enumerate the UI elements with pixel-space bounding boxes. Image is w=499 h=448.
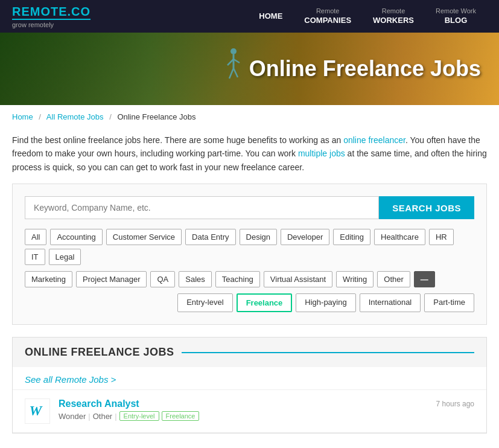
search-section: SEARCH JOBS All Accounting Customer Serv… — [12, 184, 487, 325]
nav-companies-label: COMPANIES — [304, 16, 351, 26]
filter-international[interactable]: International — [360, 293, 421, 312]
jobs-section-title: ONLINE FREELANCE JOBS — [25, 346, 174, 359]
tag-virtual-assistant[interactable]: Virtual Assistant — [264, 271, 332, 287]
logo-tagline: grow remotely — [12, 19, 91, 28]
jobs-header-line — [182, 352, 474, 353]
intro-link-multiple[interactable]: multiple jobs — [298, 149, 345, 158]
job-item: W Research Analyst Wonder | Other | Entr… — [13, 390, 486, 433]
search-button[interactable]: SEARCH JOBS — [379, 196, 474, 219]
nav-workers[interactable]: Remote WORKERS — [362, 2, 425, 30]
jobs-section: ONLINE FREELANCE JOBS See all Remote Job… — [12, 337, 487, 434]
nav-blog[interactable]: Remote Work BLOG — [425, 2, 487, 30]
nav-blog-sub: Remote Work — [436, 7, 476, 15]
intro-content: Find the best online freelance jobs here… — [12, 135, 487, 172]
nav-home-label: HOME — [259, 11, 282, 21]
tag-editing[interactable]: Editing — [333, 229, 370, 245]
nav-workers-label: WORKERS — [373, 16, 414, 26]
filter-entry-level[interactable]: Entry-level — [177, 293, 232, 312]
nav-companies[interactable]: Remote COMPANIES — [293, 2, 362, 30]
logo-remote: REMOTE — [12, 5, 68, 18]
job-info: Research Analyst Wonder | Other | Entry-… — [59, 398, 428, 421]
tag-sales[interactable]: Sales — [179, 271, 212, 287]
tag-hr[interactable]: HR — [429, 229, 454, 245]
logo-text: REMOTE.CO — [12, 5, 91, 19]
job-sep1: | — [88, 412, 90, 421]
svg-point-0 — [230, 48, 237, 54]
tag-data-entry[interactable]: Data Entry — [185, 229, 235, 245]
breadcrumb-all-jobs[interactable]: All Remote Jobs — [46, 112, 104, 121]
tag-marketing[interactable]: Marketing — [25, 271, 72, 287]
intro-link-freelancer[interactable]: online freelancer — [343, 135, 405, 145]
tag-all[interactable]: All — [25, 229, 46, 245]
filter-high-paying[interactable]: High-paying — [296, 293, 355, 312]
svg-line-5 — [234, 68, 238, 77]
svg-line-4 — [229, 68, 234, 78]
tag-teaching[interactable]: Teaching — [215, 271, 260, 287]
logo-area: REMOTE.CO grow remotely — [12, 5, 91, 28]
wonder-logo-icon: W — [27, 400, 48, 422]
breadcrumb-sep2: / — [109, 112, 112, 121]
see-all-row: See all Remote Jobs > — [13, 367, 486, 390]
nav-blog-label: BLOG — [436, 16, 476, 26]
filter-part-time[interactable]: Part-time — [424, 293, 474, 312]
job-title[interactable]: Research Analyst — [59, 398, 139, 409]
svg-text:W: W — [30, 403, 43, 418]
see-all-link[interactable]: See all Remote Jobs > — [25, 374, 116, 385]
nav-workers-sub: Remote — [373, 7, 414, 15]
job-logo: W — [25, 398, 50, 424]
hero-title: Online Freelance Jobs — [249, 56, 481, 82]
main-nav: HOME Remote COMPANIES Remote WORKERS Rem… — [248, 2, 487, 30]
tag-it[interactable]: IT — [25, 249, 45, 265]
job-company: Wonder — [59, 412, 86, 421]
logo-co: .CO — [68, 5, 91, 18]
category-tags-row1: All Accounting Customer Service Data Ent… — [25, 229, 474, 265]
badge-entry-level: Entry-level — [119, 411, 159, 421]
tag-other[interactable]: Other — [377, 271, 410, 287]
header: REMOTE.CO grow remotely HOME Remote COMP… — [0, 0, 499, 33]
tag-developer[interactable]: Developer — [281, 229, 329, 245]
tag-qa[interactable]: QA — [150, 271, 175, 287]
breadcrumb-current: Online Freelance Jobs — [117, 112, 195, 121]
tag-design[interactable]: Design — [240, 229, 277, 245]
tag-customer-service[interactable]: Customer Service — [106, 229, 182, 245]
hero-banner: Online Freelance Jobs — [0, 33, 499, 105]
tag-collapse[interactable]: — — [414, 271, 435, 287]
intro-text: Find the best online freelance jobs here… — [0, 129, 499, 184]
tag-writing[interactable]: Writing — [336, 271, 373, 287]
breadcrumb-sep1: / — [39, 112, 41, 121]
tag-healthcare[interactable]: Healthcare — [374, 229, 425, 245]
nav-home[interactable]: HOME — [248, 7, 293, 27]
filter-row: Entry-level Freelance High-paying Intern… — [25, 293, 474, 312]
search-input[interactable] — [25, 196, 379, 219]
breadcrumb: Home / All Remote Jobs / Online Freelanc… — [0, 105, 499, 129]
tag-accounting[interactable]: Accounting — [50, 229, 102, 245]
job-type: Other — [93, 412, 113, 421]
jobs-header: ONLINE FREELANCE JOBS — [13, 338, 486, 367]
filter-freelance[interactable]: Freelance — [237, 293, 293, 312]
tag-legal[interactable]: Legal — [49, 249, 81, 265]
tag-project-manager[interactable]: Project Manager — [76, 271, 147, 287]
breadcrumb-home[interactable]: Home — [12, 112, 33, 121]
hero-runner-icon — [224, 47, 243, 83]
nav-companies-sub: Remote — [304, 7, 351, 15]
category-tags-row2: Marketing Project Manager QA Sales Teach… — [25, 271, 474, 287]
job-sep2: | — [115, 412, 116, 421]
job-meta: Wonder | Other | Entry-level Freelance — [59, 411, 428, 421]
search-row: SEARCH JOBS — [25, 196, 474, 219]
job-time-ago: 7 hours ago — [436, 398, 474, 408]
badge-freelance: Freelance — [162, 411, 200, 421]
